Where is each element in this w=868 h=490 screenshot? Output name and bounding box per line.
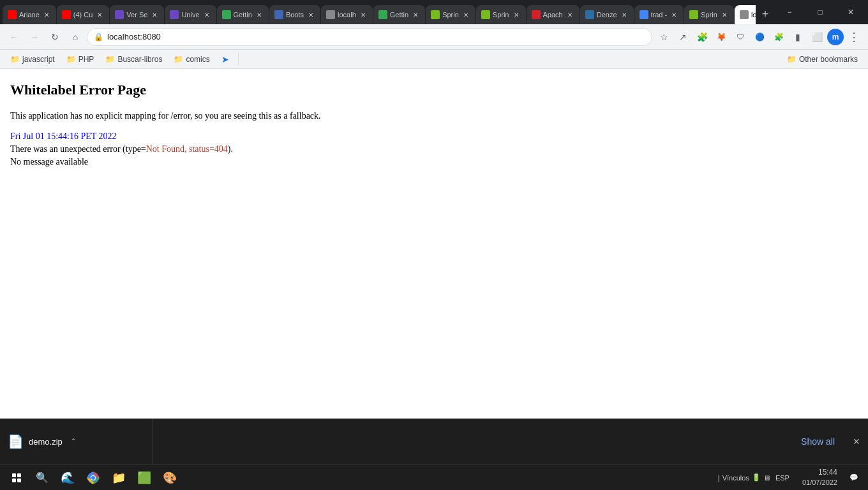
notification-button[interactable]: 💬 — [845, 469, 863, 487]
svg-rect-1 — [17, 473, 21, 477]
browser-frame: Ariane ✕ (4) Cu ✕ Ver Se ✕ Unive ✕ Getti… — [0, 0, 868, 490]
tab-favicon-tab-15 — [740, 10, 749, 19]
clock-time: 15:44 — [802, 467, 837, 478]
windows-taskbar: 🔍 🌊 📁 🟩 🎨 | Vínculos 🔋 🖥 ESP — [0, 464, 868, 490]
taskbar-edge-app[interactable]: 🌊 — [56, 466, 79, 489]
tab-close-tab-3[interactable]: ✕ — [150, 10, 159, 19]
menu-button[interactable]: ⋮ — [845, 28, 863, 46]
no-message-text: No message available — [10, 157, 858, 167]
tab-label-tab-3: Ver Se — [126, 11, 147, 19]
new-tab-button[interactable]: + — [756, 5, 774, 23]
browser-tab-tab-5[interactable]: Gettin ✕ — [217, 5, 269, 24]
extensions-button[interactable]: 🧩 — [693, 28, 711, 46]
sidebar-button[interactable]: ▮ — [789, 28, 807, 46]
tab-label-tab-9: Sprin — [442, 11, 459, 19]
close-download-bar-button[interactable]: ✕ — [845, 419, 868, 464]
vinculos-label: Vínculos — [722, 474, 749, 482]
tab-close-tab-14[interactable]: ✕ — [720, 10, 729, 19]
lock-icon: 🔒 — [94, 33, 103, 41]
bookmark-bk-2[interactable]: 📁 PHP — [61, 53, 100, 66]
tab-favicon-tab-9 — [431, 10, 440, 19]
tab-close-tab-7[interactable]: ✕ — [359, 10, 368, 19]
extension-metamask[interactable]: 🦊 — [712, 28, 730, 46]
tab-favicon-tab-13 — [640, 10, 648, 19]
systray-label: | — [718, 474, 720, 482]
browser-tab-tab-3[interactable]: Ver Se ✕ — [110, 5, 164, 24]
back-button[interactable]: ← — [5, 28, 23, 46]
browser-tab-tab-13[interactable]: trad - ✕ — [634, 5, 684, 24]
tab-close-tab-12[interactable]: ✕ — [620, 10, 629, 19]
taskbar-paint-app[interactable]: 🎨 — [158, 466, 181, 489]
browser-tab-tab-1[interactable]: Ariane ✕ — [3, 5, 56, 24]
svg-rect-2 — [12, 479, 16, 482]
show-all-button[interactable]: Show all — [791, 419, 845, 464]
error-timestamp: Fri Jul 01 15:44:16 PET 2022 — [10, 131, 858, 142]
tab-close-tab-4[interactable]: ✕ — [202, 10, 211, 19]
taskbar-minecraft-app[interactable]: 🟩 — [133, 466, 156, 489]
browser-tab-tab-9[interactable]: Sprin ✕ — [426, 5, 475, 24]
address-bar[interactable]: 🔒 localhost:8080 — [87, 28, 652, 46]
browser-tab-tab-6[interactable]: Boots ✕ — [269, 5, 320, 24]
tab-close-tab-2[interactable]: ✕ — [95, 10, 104, 19]
taskbar-explorer-app[interactable]: 📁 — [107, 466, 130, 489]
tab-favicon-tab-11 — [532, 10, 541, 19]
search-button[interactable]: 🔍 — [31, 466, 54, 489]
browser-tab-tab-7[interactable]: localh ✕ — [321, 5, 373, 24]
tab-favicon-tab-5 — [222, 10, 231, 19]
start-button[interactable] — [5, 466, 28, 489]
tab-close-tab-5[interactable]: ✕ — [255, 10, 264, 19]
close-window-button[interactable]: ✕ — [836, 3, 865, 22]
bookmark-star-button[interactable]: ☆ — [655, 28, 673, 46]
extension-shield[interactable]: 🛡 — [731, 28, 749, 46]
taskbar-chrome-app[interactable] — [82, 466, 105, 489]
display-icon: 🖥 — [763, 474, 770, 482]
tab-close-tab-9[interactable]: ✕ — [461, 10, 470, 19]
extension-extra1[interactable]: 🔵 — [751, 28, 768, 46]
home-button[interactable]: ⌂ — [66, 28, 84, 46]
bookmark-bk-1[interactable]: 📁 javascript — [5, 53, 60, 66]
browser-tab-tab-11[interactable]: Apach ✕ — [527, 5, 580, 24]
tab-label-tab-12: Denze — [597, 11, 617, 19]
tab-close-tab-11[interactable]: ✕ — [565, 10, 574, 19]
tab-close-tab-8[interactable]: ✕ — [411, 10, 420, 19]
browser-tab-tab-4[interactable]: Unive ✕ — [165, 5, 216, 24]
split-view-button[interactable]: ⬜ — [808, 28, 826, 46]
bookmark-nav-icon[interactable]: ➤ — [216, 52, 234, 66]
tab-bar: Ariane ✕ (4) Cu ✕ Ver Se ✕ Unive ✕ Getti… — [0, 0, 868, 24]
extension-puzzle[interactable]: 🧩 — [770, 28, 788, 46]
download-caret-button[interactable]: ⌃ — [70, 437, 77, 446]
share-button[interactable]: ↗ — [674, 28, 692, 46]
tab-close-tab-6[interactable]: ✕ — [306, 10, 315, 19]
system-clock[interactable]: 15:44 01/07/2022 — [797, 467, 842, 487]
bookmark-bk-4[interactable]: 📁 comics — [168, 53, 214, 66]
tab-close-tab-10[interactable]: ✕ — [512, 10, 521, 19]
url-display: localhost:8080 — [107, 32, 645, 41]
other-bookmarks[interactable]: 📁 Other bookmarks — [782, 53, 863, 66]
navigation-bar: ← → ↻ ⌂ 🔒 localhost:8080 ☆ ↗ 🧩 🦊 🛡 🔵 🧩 ▮… — [0, 24, 868, 50]
folder-icon-bk-1: 📁 — [10, 55, 20, 64]
tab-close-tab-13[interactable]: ✕ — [670, 10, 678, 19]
browser-tab-tab-2[interactable]: (4) Cu ✕ — [57, 5, 110, 24]
minimize-button[interactable]: − — [775, 3, 804, 22]
browser-tab-tab-12[interactable]: Denze ✕ — [580, 5, 634, 24]
bookmarks-separator — [238, 53, 239, 66]
folder-icon-bk-4: 📁 — [174, 55, 183, 64]
tab-close-tab-1[interactable]: ✕ — [42, 10, 51, 19]
browser-tab-tab-10[interactable]: Sprin ✕ — [476, 5, 526, 24]
profile-button[interactable]: m — [827, 29, 844, 45]
svg-rect-3 — [17, 479, 21, 482]
reload-button[interactable]: ↻ — [46, 28, 64, 46]
forward-button[interactable]: → — [26, 28, 43, 46]
download-bar: 📄 demo.zip ⌃ Show all ✕ — [0, 419, 868, 464]
file-icon: 📄 — [8, 434, 24, 449]
clock-date: 01/07/2022 — [802, 478, 837, 487]
bookmark-bk-3[interactable]: 📁 Buscar-libros — [100, 53, 167, 66]
tab-label-tab-1: Ariane — [19, 11, 40, 19]
browser-tab-tab-14[interactable]: Sprin ✕ — [684, 5, 734, 24]
tab-label-tab-11: Apach — [543, 11, 563, 19]
browser-tab-tab-15[interactable]: loc ✕ — [735, 5, 756, 24]
tab-favicon-tab-7 — [326, 10, 335, 19]
maximize-button[interactable]: □ — [805, 3, 835, 22]
browser-tab-tab-8[interactable]: Gettin ✕ — [373, 5, 425, 24]
folder-icon-bk-3: 📁 — [105, 55, 115, 64]
